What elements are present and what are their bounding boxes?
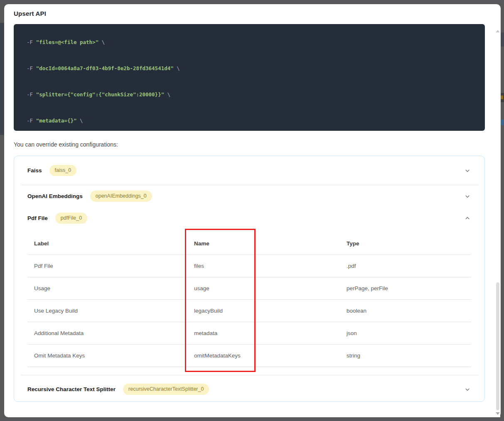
param-label: Omit Metadata Keys xyxy=(27,352,187,359)
param-type: .pdf xyxy=(340,263,471,269)
chevron-down-icon xyxy=(464,386,471,393)
accordion-label: OpenAI Embeddings xyxy=(27,193,83,199)
param-type: boolean xyxy=(340,308,471,314)
node-id-badge: recursiveCharacterTextSplitter_0 xyxy=(123,384,209,395)
scrollbar-up-arrow-icon[interactable] xyxy=(496,30,500,32)
accordion-item-openai-embeddings[interactable]: OpenAI Embeddings openAIEmbeddings_0 xyxy=(21,185,478,207)
override-config-text: You can override existing configurations… xyxy=(14,140,118,149)
column-header-type: Type xyxy=(340,240,471,247)
param-label: Additional Metadata xyxy=(27,330,187,336)
curl-code-content: -F "files=@<file path>" \ -F "docId=0064… xyxy=(14,24,485,131)
accordion-item-pdf-file[interactable]: Pdf File pdfFile_0 xyxy=(21,207,478,229)
dialog-title: Upsert API xyxy=(14,10,46,17)
background-fragment-right-link xyxy=(501,120,504,125)
column-header-label: Label xyxy=(27,240,187,247)
code-line: -F "files=@<file path>" \ xyxy=(20,38,478,47)
accordion-label: Faiss xyxy=(27,167,42,174)
param-type: string xyxy=(340,352,471,359)
param-label: Pdf File xyxy=(27,263,187,269)
page-background: { "window": { "title": "Upsert API" }, "… xyxy=(0,0,504,421)
table-row: Pdf File files .pdf xyxy=(27,255,471,277)
code-line: -F "docId=0064a8a7-df03-4b9f-8e2b-28fd36… xyxy=(20,64,478,73)
scrollbar-thumb[interactable] xyxy=(496,282,499,410)
param-type: json xyxy=(340,330,471,336)
node-id-badge: openAIEmbeddings_0 xyxy=(90,191,152,202)
table-header-row: Label Name Type xyxy=(27,233,471,255)
param-type: perPage, perFile xyxy=(340,285,471,291)
accordion-label: Recursive Character Text Splitter xyxy=(27,386,116,392)
param-name: legacyBuild xyxy=(187,308,340,314)
scrollbar-down-arrow-icon[interactable] xyxy=(496,412,500,415)
curl-code-block: -F "files=@<file path>" \ -F "docId=0064… xyxy=(14,24,485,131)
param-name: usage xyxy=(187,285,340,291)
accordion-item-faiss[interactable]: Faiss faiss_0 xyxy=(21,156,478,185)
code-line: -F "metadata={}" \ xyxy=(20,116,478,125)
param-name: omitMetadataKeys xyxy=(187,352,340,359)
accordion-label: Pdf File xyxy=(27,215,48,221)
table-row: Use Legacy Build legacyBuild boolean xyxy=(27,300,471,322)
table-row: Omit Metadata Keys omitMetadataKeys stri… xyxy=(27,345,471,367)
param-name: metadata xyxy=(187,330,340,336)
column-header-name: Name xyxy=(187,240,340,247)
background-fragment-right-dot-orange xyxy=(501,95,503,99)
table-row: Additional Metadata metadata json xyxy=(27,322,471,345)
background-fragment-right-dark xyxy=(501,32,504,47)
chevron-down-icon xyxy=(464,193,471,200)
param-label: Use Legacy Build xyxy=(27,308,187,314)
modal-scrollbar[interactable] xyxy=(495,25,500,417)
accordion-item-recursive-character-text-splitter[interactable]: Recursive Character Text Splitter recurs… xyxy=(21,375,478,403)
table-row: Usage usage perPage, perFile xyxy=(27,277,471,300)
param-label: Usage xyxy=(27,285,187,291)
background-fragment-left-codeblock xyxy=(0,23,4,135)
node-id-badge: faiss_0 xyxy=(49,165,77,176)
chevron-up-icon xyxy=(464,214,471,222)
node-config-card: Faiss faiss_0 OpenAI Embeddings openAIEm… xyxy=(14,156,485,402)
node-id-badge: pdfFile_0 xyxy=(55,213,87,224)
pdf-file-params-table: Label Name Type Pdf File files .pdf Usag… xyxy=(27,233,471,367)
spacer xyxy=(21,367,478,375)
chevron-down-icon xyxy=(464,167,471,174)
param-name: files xyxy=(187,263,340,269)
code-line: -F "splitter={"config":{"chunkSize":2000… xyxy=(20,90,478,99)
upsert-api-dialog: Upsert API -F "files=@<file path>" \ -F … xyxy=(4,4,501,417)
